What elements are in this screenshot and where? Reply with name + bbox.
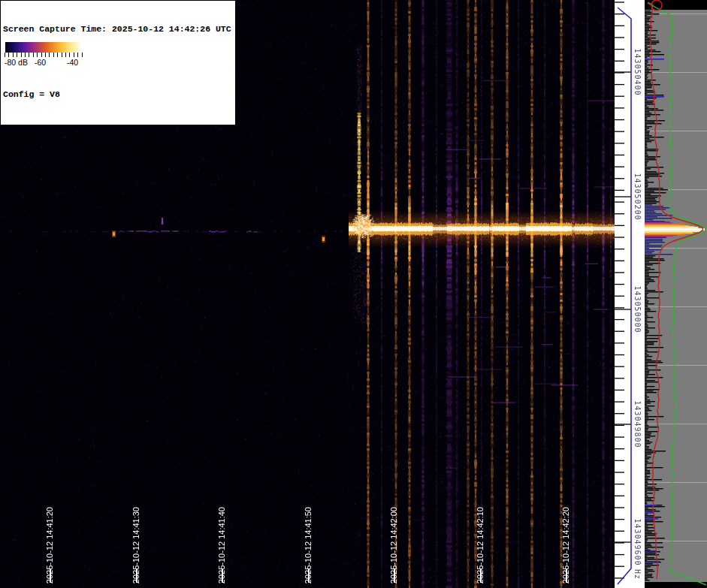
frequency-label: 143050200 [633,173,642,220]
frequency-unit-label: Hz [633,569,642,580]
colorbar-label-60db: -60 [35,58,46,67]
config-text: Config = V8 [3,89,231,101]
frequency-label: 143050400 [633,48,642,95]
colorbar-scale: -80 dB -60 -40 [2,53,86,69]
time-label: 2025-10-12 14:42:10 [476,507,485,583]
frequency-label: 143049800 [633,400,642,448]
colorbar-gradient [5,42,81,53]
capture-time-text: Screen Capture Time: 2025-10-12 14:42:26… [3,24,231,35]
time-label: 2025-10-12 14:42:20 [561,507,570,583]
colorbar-label-40db: -40 [67,58,78,67]
screen-capture-page: Screen Capture Time: 2025-10-12 14:42:26… [0,0,707,588]
colorbar-ticks [5,53,83,57]
time-label: 2025-10-12 14:41:40 [217,507,226,583]
frequency-label: 143049600 [633,518,642,565]
time-label: 2025-10-12 14:42:00 [389,507,398,583]
time-label: 2025-10-12 14:41:50 [304,507,313,583]
colorbar-label-80db: -80 dB [5,58,28,67]
time-label: 2025-10-12 14:41:30 [131,507,140,583]
spectrum-side-panel-canvas [645,0,707,588]
time-label: 2025-10-12 14:41:20 [45,507,54,583]
frequency-label: 143050000 [633,285,642,333]
